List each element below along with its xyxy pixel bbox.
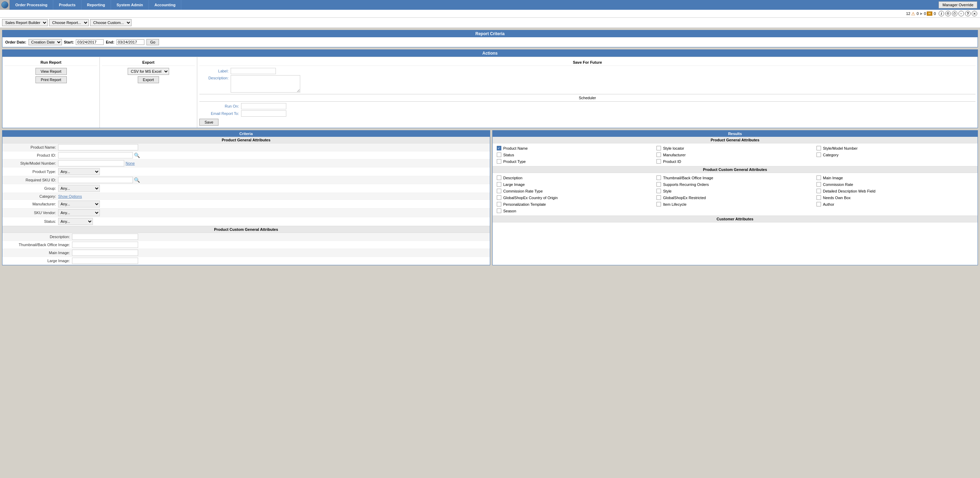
result-product-name[interactable]: ✓ Product Name: [495, 145, 655, 151]
result-style-locator[interactable]: Style locator: [655, 145, 815, 151]
start-label: Start:: [64, 40, 74, 44]
manager-override-button[interactable]: Manager Override: [939, 2, 977, 8]
result-season-label: Season: [503, 209, 516, 213]
large-image-input[interactable]: [72, 258, 138, 264]
save-label-input[interactable]: [231, 68, 276, 74]
product-type-checkbox[interactable]: [497, 159, 501, 164]
run-report-panel: Run Report View Report Print Report: [2, 57, 100, 128]
criteria-header: Criteria: [2, 131, 490, 137]
criteria-product-name-row: Product Name:: [2, 143, 490, 151]
result-commission-rate-type-label: Commission Rate Type: [503, 189, 543, 193]
style-locator-checkbox[interactable]: [657, 146, 661, 150]
product-id-search-icon[interactable]: 🔍: [134, 153, 140, 158]
manufacturer-checkbox[interactable]: [657, 153, 661, 157]
nav-logo[interactable]: [0, 0, 10, 10]
nav-system-admin[interactable]: System Admin: [111, 0, 149, 10]
result-description[interactable]: Description: [495, 174, 655, 181]
category-show-options-link[interactable]: Show Options: [58, 194, 82, 198]
result-status[interactable]: Status: [495, 151, 655, 158]
print-report-button[interactable]: Print Report: [35, 76, 67, 83]
result-personalization-template[interactable]: Personalization Template: [495, 201, 655, 207]
required-sku-input[interactable]: [58, 177, 133, 183]
view-report-button[interactable]: View Report: [35, 68, 67, 75]
style-model-input[interactable]: [58, 160, 124, 166]
result-item-lifecycle[interactable]: Item Lifecycle: [655, 201, 815, 207]
result-detailed-desc[interactable]: Detailed Description Web Field: [815, 188, 975, 194]
required-sku-search-icon[interactable]: 🔍: [134, 177, 140, 183]
minus-icon[interactable]: −: [958, 11, 964, 16]
product-name-checkbox[interactable]: ✓: [497, 146, 501, 150]
sku-vendor-select[interactable]: Any...: [58, 209, 100, 216]
result-season[interactable]: Season: [495, 207, 655, 214]
result-author[interactable]: Author: [815, 201, 975, 207]
thumbnail-input[interactable]: [72, 242, 138, 248]
manufacturer-label: Manufacturer:: [2, 202, 58, 206]
result-thumbnail[interactable]: Thumbnail/Back Office Image: [655, 174, 815, 181]
result-globalshopex-restricted[interactable]: GlobalShopEx Restricted: [655, 194, 815, 201]
result-product-id[interactable]: Product ID: [655, 158, 815, 165]
result-commission-rate-type[interactable]: Commission Rate Type: [495, 188, 655, 194]
result-manufacturer[interactable]: Manufacturer: [655, 151, 815, 158]
arrow-icon: ➤: [920, 11, 923, 16]
product-name-input[interactable]: [58, 144, 138, 150]
choose-report-select[interactable]: Choose Report...: [49, 19, 89, 26]
result-supports-recurring[interactable]: Supports Recurring Orders: [655, 181, 815, 188]
status-label: Status:: [2, 219, 58, 223]
product-general-attr-header: Product General Attributes: [2, 137, 490, 143]
group-label: Group:: [2, 186, 58, 190]
start-date-input[interactable]: [76, 39, 104, 45]
run-on-input[interactable]: [241, 103, 286, 109]
result-style-label: Style: [663, 189, 671, 193]
end-date-input[interactable]: [116, 39, 144, 45]
result-needs-own-box[interactable]: Needs Own Box: [815, 194, 975, 201]
criteria-required-sku-row: Required SKU ID: 🔍: [2, 176, 490, 184]
export-format-select[interactable]: CSV for MS Excel: [128, 68, 169, 75]
save-button[interactable]: Save: [199, 119, 218, 126]
result-category[interactable]: Category: [815, 151, 975, 158]
export-button[interactable]: Export: [138, 76, 159, 83]
order-date-select[interactable]: Creation Date: [29, 39, 62, 45]
group-select[interactable]: Any...: [58, 185, 100, 192]
report-builder-select[interactable]: Sales Report Builder: [2, 19, 48, 26]
result-style[interactable]: Style: [655, 188, 815, 194]
clock-icon[interactable]: ⏱: [952, 11, 958, 16]
register-icon[interactable]: ®: [945, 11, 951, 16]
large-image-label: Large Image:: [2, 259, 72, 263]
category-checkbox[interactable]: [816, 153, 821, 157]
result-globalshopex-country-label: GlobalShopEx Country of Origin: [503, 196, 558, 200]
description-input[interactable]: [72, 234, 138, 240]
manufacturer-select[interactable]: Any...: [58, 201, 100, 207]
product-type-select[interactable]: Any...: [58, 168, 100, 175]
choose-custom-select[interactable]: Choose Custom...: [90, 19, 132, 26]
run-on-label: Run On:: [199, 104, 241, 108]
result-product-type[interactable]: Product Type: [495, 158, 655, 165]
main-image-label: Main Image:: [2, 251, 72, 255]
export-label: Export: [102, 59, 195, 66]
order-date-label: Order Date:: [5, 40, 26, 44]
nav-reporting[interactable]: Reporting: [81, 0, 111, 10]
required-sku-label: Required SKU ID:: [2, 178, 58, 182]
criteria-group-row: Group: Any...: [2, 184, 490, 193]
help-icon[interactable]: ?: [965, 11, 970, 16]
go-button[interactable]: Go: [146, 39, 159, 45]
nav-order-processing[interactable]: Order Processing: [10, 0, 53, 10]
main-image-input[interactable]: [72, 250, 138, 256]
nav-accounting[interactable]: Accounting: [149, 0, 181, 10]
status-checkbox[interactable]: [497, 153, 501, 157]
close-icon[interactable]: ✕: [972, 11, 977, 16]
result-globalshopex-country[interactable]: GlobalShopEx Country of Origin: [495, 194, 655, 201]
product-id-checkbox[interactable]: [657, 159, 661, 164]
product-id-input[interactable]: [58, 152, 133, 158]
style-model-number-checkbox[interactable]: [816, 146, 821, 150]
result-main-image[interactable]: Main Image: [815, 174, 975, 181]
notification-count-4: 0: [934, 11, 936, 16]
result-large-image[interactable]: Large Image: [495, 181, 655, 188]
status-select[interactable]: Any...: [58, 218, 93, 225]
email-report-input[interactable]: [241, 110, 286, 116]
result-style-model-number[interactable]: Style/Model Number: [815, 145, 975, 151]
nav-products[interactable]: Products: [53, 0, 81, 10]
save-description-textarea[interactable]: [231, 75, 300, 92]
result-commission-rate[interactable]: Commission Rate: [815, 181, 975, 188]
none-link[interactable]: None: [126, 161, 135, 166]
info-icon[interactable]: i: [939, 11, 944, 16]
